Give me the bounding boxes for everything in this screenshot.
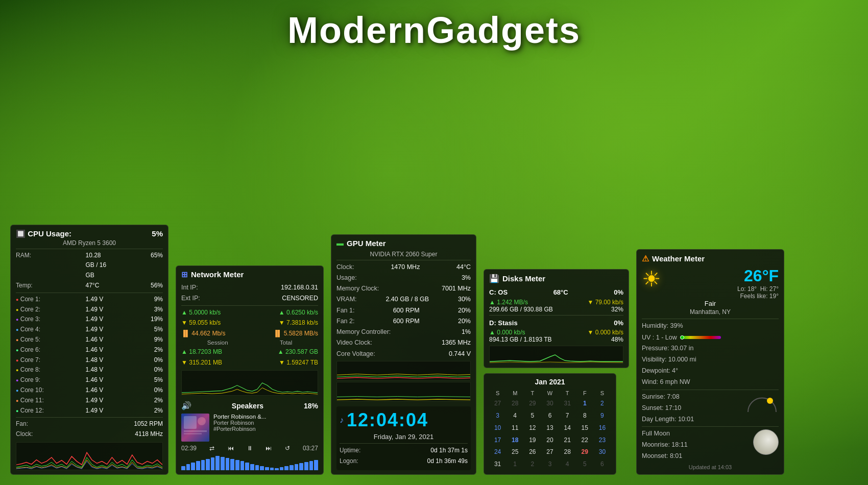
cal-day: 29 [524,398,541,409]
cal-day: 17 [489,434,506,446]
gpu-video-label: Video Clock: [336,337,372,348]
cal-day: 2 [524,458,541,470]
cpu-core-row: ● Core 8: 1.48 V 0% [16,365,163,375]
cal-day: 23 [594,434,611,446]
cal-day: 31 [559,398,576,409]
core-pct: 5% [145,375,163,385]
sunrise-sunset-section: Sunrise: 7:08 Sunset: 17:10 Day Length: … [642,392,779,425]
eq-visualizer [181,455,318,470]
cal-day: 6 [594,458,611,470]
d-usage-pct: 48% [611,336,623,343]
cal-day: 5 [576,458,593,470]
gpu-fan2-value: 600 RPM [393,316,420,327]
gpu-fan2-pct: 20% [458,316,471,327]
pause-icon[interactable]: ⏸ [247,445,253,452]
cal-day: 26 [524,446,541,458]
cal-day: 9 [594,410,611,422]
net-down1: ▼ 59.055 kb/s [181,318,221,328]
cal-day: 30 [594,446,611,458]
up-session: ▲ 18.7203 MB [181,347,222,357]
gpu-usage-value: 3% [462,273,471,283]
time-current: 02:39 [181,445,197,452]
disk-chart [489,346,623,363]
cal-day: 4 [507,410,523,422]
gpu-chart-1 [336,361,471,380]
clock-label: Clock: [16,429,52,440]
cal-day: 31 [489,458,506,470]
c-pct: 0% [614,286,623,298]
d-pct: 0% [614,317,623,329]
c-down: ▼ 79.00 kb/s [587,299,623,306]
cal-day: 25 [507,446,523,458]
cal-day: 3 [489,410,506,422]
cal-day: 27 [489,398,506,409]
cal-header-m: M [507,389,523,397]
gpu-core-volt-value: 0.744 V [449,349,471,359]
core-volt: 1.49 V [86,325,111,335]
cal-day: 16 [594,422,611,434]
uv-label: UV : 1 - Low [642,332,677,344]
cpu-core-row: ● Core 1: 1.49 V 9% [16,295,163,305]
cal-header-w: W [541,389,558,397]
cpu-cores-container: ● Core 1: 1.49 V 9% ● Core 2: 1.49 V 3% … [16,295,163,416]
net-up1: ▲ 5.0000 kb/s [181,307,221,318]
repeat-icon[interactable]: ↺ [285,445,290,452]
core-volt: 1.49 V [86,396,111,406]
moon-times: Full Moon Moonrise: 18:11 Moonset: 8:01 [642,428,688,462]
gpu-panel: ▬ GPU Meter NVIDIA RTX 2060 Super Clock:… [331,234,476,475]
gpu-mem-clock-label: Memory Clock: [336,283,379,294]
d-up: ▲ 0.000 kb/s [489,329,525,336]
c-temp: 68°C [553,286,568,298]
core-pct: 19% [145,314,163,325]
sun-times: Sunrise: 7:08 Sunset: 17:10 Day Length: … [642,392,694,425]
cpu-percent: 5% [152,229,163,238]
moon-phase: Full Moon [642,428,670,440]
temp-pct: 56% [145,281,163,291]
cal-header-t1: T [524,389,541,397]
gpu-vram-value: 2.40 GB / 8 GB [385,294,429,305]
weather-location: Manhattan, NY [642,308,779,316]
sunrise: Sunrise: 7:08 [642,392,680,403]
gpu-vram-label: VRAM: [336,294,357,305]
wind-row: Wind: 6 mph NW [642,377,779,388]
cal-day: 8 [576,410,593,422]
cal-day: 24 [489,446,506,458]
temp-value: 47°C [86,281,111,291]
cal-day: 28 [559,446,576,458]
cal-day: 7 [559,410,576,422]
gpu-header: GPU Meter [347,239,386,248]
calendar-panel: Jan 2021 S M T W T F S 27 28 29 30 31 1 … [484,373,616,475]
cal-day-jan1: 1 [576,398,593,409]
core-pct: 9% [145,335,163,345]
calendar-title: Jan 2021 [489,378,611,386]
gpu-icon: ▬ [336,239,344,247]
moon-icon [753,429,779,455]
cal-day: 2 [594,398,611,409]
down-total: ▼ 1.59247 TB [279,357,318,368]
weather-header: Weather Meter [652,254,705,263]
song-title: Porter Robinson &... [213,414,318,420]
visibility-row: Visibility: 10.000 mi [642,354,779,366]
prev-icon[interactable]: ⏮ [228,445,234,452]
cal-day: 27 [541,446,558,458]
logon-value: 0d 1h 36m 49s [427,456,468,467]
pressure: Pressure: 30.07 in [642,343,693,354]
speaker-header: Speakers [232,402,263,410]
calendar-grid: S M T W T F S 27 28 29 30 31 1 2 3 4 5 6 [489,389,611,470]
core-pct: 0% [145,355,163,366]
cal-day: 4 [559,458,576,470]
song-tag: #PorterRobinson [213,426,318,432]
gpu-chart-2 [336,382,471,401]
uptime-label: Uptime: [340,445,360,456]
shuffle-icon[interactable]: ⇄ [209,445,214,452]
day-length: Day Length: 10:01 [642,414,694,425]
weather-right: 26°F Lo: 18° Hi: 27° Feels like: 19° [737,266,779,300]
disk-panel: 💾 Disks Meter C: OS 68°C 0% ▲ 1.242 MB/s… [484,269,629,368]
cal-header-s2: S [594,389,611,397]
cpu-core-row: ● Core 9: 1.46 V 5% [16,375,163,385]
weather-top: ☀ 26°F Lo: 18° Hi: 27° Feels like: 19° [642,266,779,300]
network-icon: ⊞ [181,270,188,279]
next-icon[interactable]: ⏭ [266,445,272,452]
dewpoint: Dewpoint: 4° [642,366,678,377]
moonset: Moonset: 8:01 [642,451,682,462]
